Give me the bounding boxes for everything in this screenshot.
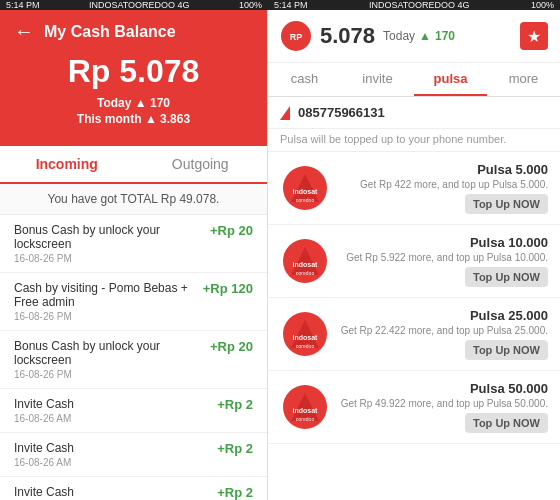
today-value: 170 — [150, 96, 170, 110]
transaction-amount: +Rp 120 — [203, 281, 253, 296]
transaction-item: Invite Cash 16-08-26 AM +Rp 2 — [0, 389, 267, 433]
right-today-value: 170 — [435, 29, 455, 43]
transaction-item: Bonus Cash by unlock your lockscreen 16-… — [0, 215, 267, 273]
today-label: Today — [97, 96, 131, 110]
this-month-value: 3.863 — [160, 112, 190, 126]
pulsa-info: Pulsa 25.000 Get Rp 22.422 more, and top… — [340, 308, 548, 360]
pulsa-name: Pulsa 10.000 — [340, 235, 548, 250]
right-header: RP 5.078 Today ▲ 170 ★ — [268, 10, 560, 63]
pulsa-name: Pulsa 25.000 — [340, 308, 548, 323]
status-battery-right: 100% — [531, 0, 554, 10]
status-carrier-right: INDOSATOOREDOO 4G — [369, 0, 470, 10]
status-carrier-left: INDOSATOOREDOO 4G — [89, 0, 190, 10]
transaction-date: 16-08-26 AM — [14, 457, 74, 468]
right-panel: RP 5.078 Today ▲ 170 ★ cashinvitepulsamo… — [268, 10, 560, 500]
topup-button[interactable]: Top Up NOW — [465, 194, 548, 214]
pulsa-item: indosat ooredoo Pulsa 5.000 Get Rp 422 m… — [268, 152, 560, 225]
transaction-date: 16-08-26 PM — [14, 369, 194, 380]
pulsa-info: Pulsa 5.000 Get Rp 422 more, and top up … — [340, 162, 548, 214]
left-header: ← My Cash Balance Rp 5.078 Today ▲ 170 T… — [0, 10, 267, 146]
status-time-right: 5:14 PM — [274, 0, 308, 10]
indosat-logo: indosat ooredoo — [280, 382, 330, 432]
tab-outgoing[interactable]: Outgoing — [134, 146, 268, 182]
transaction-amount: +Rp 20 — [210, 223, 253, 238]
left-panel: ← My Cash Balance Rp 5.078 Today ▲ 170 T… — [0, 10, 268, 500]
transaction-item: Bonus Cash by unlock your lockscreen 16-… — [0, 331, 267, 389]
total-notice: You have got TOTAL Rp 49.078. — [0, 184, 267, 215]
svg-text:ooredoo: ooredoo — [296, 197, 315, 203]
tab-invite[interactable]: invite — [341, 63, 414, 96]
pulsa-item: indosat ooredoo Pulsa 25.000 Get Rp 22.4… — [268, 298, 560, 371]
pulsa-desc: Get Rp 22.422 more, and top up Pulsa 25.… — [340, 325, 548, 336]
back-button[interactable]: ← — [14, 20, 34, 43]
right-balance: 5.078 — [320, 23, 375, 49]
pulsa-list: indosat ooredoo Pulsa 5.000 Get Rp 422 m… — [268, 152, 560, 500]
pulsa-name: Pulsa 5.000 — [340, 162, 548, 177]
app-logo: RP — [280, 20, 312, 52]
io-tabs: Incoming Outgoing — [0, 146, 267, 184]
right-today-arrow: ▲ — [419, 29, 431, 43]
transaction-desc: Bonus Cash by unlock your lockscreen — [14, 223, 194, 251]
topup-button[interactable]: Top Up NOW — [465, 267, 548, 287]
transaction-item: Invite Cash +Rp 2 — [0, 477, 267, 500]
transaction-desc: Invite Cash — [14, 485, 74, 499]
svg-text:ooredoo: ooredoo — [296, 270, 315, 276]
svg-text:ooredoo: ooredoo — [296, 416, 315, 422]
transaction-desc: Invite Cash — [14, 397, 74, 411]
balance-amount: Rp 5.078 — [14, 53, 253, 90]
pulsa-item: indosat ooredoo Pulsa 10.000 Get Rp 5.92… — [268, 225, 560, 298]
today-arrow: ▲ — [135, 96, 147, 110]
svg-text:indosat: indosat — [293, 407, 319, 414]
transaction-amount: +Rp 2 — [217, 397, 253, 412]
tab-cash[interactable]: cash — [268, 63, 341, 96]
pulsa-desc: Get Rp 422 more, and top up Pulsa 5.000. — [340, 179, 548, 190]
transaction-desc: Cash by visiting - Pomo Bebas + Free adm… — [14, 281, 194, 309]
transaction-date: 16-08-26 AM — [14, 413, 74, 424]
pulsa-info: Pulsa 50.000 Get Rp 49.922 more, and top… — [340, 381, 548, 433]
phone-subtitle: Pulsa will be topped up to your phone nu… — [268, 129, 560, 152]
svg-text:indosat: indosat — [293, 334, 319, 341]
tab-incoming[interactable]: Incoming — [0, 146, 134, 184]
pulsa-info: Pulsa 10.000 Get Rp 5.922 more, and top … — [340, 235, 548, 287]
svg-text:indosat: indosat — [293, 188, 319, 195]
transaction-amount: +Rp 20 — [210, 339, 253, 354]
indosat-logo: indosat ooredoo — [280, 236, 330, 286]
pulsa-item: indosat ooredoo Pulsa 50.000 Get Rp 49.9… — [268, 371, 560, 444]
transaction-date: 16-08-26 PM — [14, 311, 194, 322]
phone-number: 085775966131 — [298, 105, 385, 120]
right-today-label: Today — [383, 29, 415, 43]
page-title: My Cash Balance — [44, 23, 176, 41]
transaction-amount: +Rp 2 — [217, 485, 253, 500]
signal-icon — [280, 106, 290, 120]
tab-more[interactable]: more — [487, 63, 560, 96]
transaction-amount: +Rp 2 — [217, 441, 253, 456]
phone-number-row: 085775966131 — [268, 97, 560, 129]
indosat-logo: indosat ooredoo — [280, 163, 330, 213]
transaction-desc: Invite Cash — [14, 441, 74, 455]
pulsa-name: Pulsa 50.000 — [340, 381, 548, 396]
svg-text:RP: RP — [290, 32, 303, 42]
svg-text:ooredoo: ooredoo — [296, 343, 315, 349]
transaction-item: Invite Cash 16-08-26 AM +Rp 2 — [0, 433, 267, 477]
transaction-item: Cash by visiting - Pomo Bebas + Free adm… — [0, 273, 267, 331]
svg-text:indosat: indosat — [293, 261, 319, 268]
right-tabs: cashinvitepulsamore — [268, 63, 560, 97]
transaction-list: Bonus Cash by unlock your lockscreen 16-… — [0, 215, 267, 500]
pulsa-desc: Get Rp 49.922 more, and top up Pulsa 50.… — [340, 398, 548, 409]
status-battery-left: 100% — [239, 0, 262, 10]
transaction-date: 16-08-26 PM — [14, 253, 194, 264]
this-month-arrow: ▲ — [145, 112, 157, 126]
pulsa-desc: Get Rp 5.922 more, and top up Pulsa 10.0… — [340, 252, 548, 263]
transaction-desc: Bonus Cash by unlock your lockscreen — [14, 339, 194, 367]
right-header-meta: Today ▲ 170 — [383, 29, 455, 43]
this-month-label: This month — [77, 112, 142, 126]
topup-button[interactable]: Top Up NOW — [465, 340, 548, 360]
star-button[interactable]: ★ — [520, 22, 548, 50]
topup-button[interactable]: Top Up NOW — [465, 413, 548, 433]
indosat-logo: indosat ooredoo — [280, 309, 330, 359]
tab-pulsa[interactable]: pulsa — [414, 63, 487, 96]
status-time-left: 5:14 PM — [6, 0, 40, 10]
